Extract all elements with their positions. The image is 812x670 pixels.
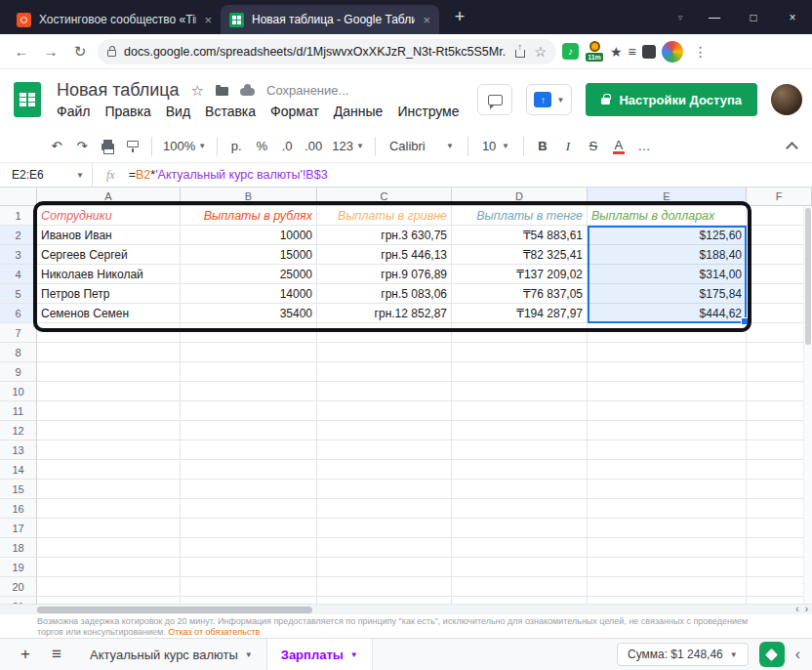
row-header-6[interactable]: 6 [0, 304, 37, 323]
italic-button[interactable]: I [556, 135, 580, 158]
comments-button[interactable] [477, 84, 512, 115]
cell-C15[interactable] [317, 480, 452, 499]
cell-E7[interactable] [588, 323, 747, 343]
move-folder-icon[interactable] [216, 87, 228, 96]
cell-B6[interactable]: 35400 [181, 304, 317, 323]
extension-timer-icon[interactable]: 11m [585, 41, 604, 62]
cell-E21[interactable] [588, 597, 747, 604]
row-header-3[interactable]: 3 [0, 245, 37, 265]
cell-C11[interactable] [317, 401, 452, 421]
cell-E12[interactable] [588, 421, 747, 440]
cell-E14[interactable] [588, 460, 747, 480]
extension-green-icon[interactable]: ♪ [562, 43, 579, 60]
name-box[interactable]: E2:E6 ▼ [0, 163, 92, 187]
cell-B11[interactable] [181, 401, 317, 421]
cell-D10[interactable] [452, 382, 588, 401]
cell-E11[interactable] [588, 401, 747, 421]
menu-data[interactable]: Данные [334, 104, 384, 119]
cell-E18[interactable] [588, 538, 747, 558]
cell-F2[interactable] [747, 226, 812, 245]
cell-E10[interactable] [588, 382, 747, 401]
row-header-2[interactable]: 2 [0, 226, 37, 245]
row-header-12[interactable]: 12 [0, 421, 37, 440]
cell-A14[interactable] [37, 460, 181, 480]
cell-D19[interactable] [452, 558, 588, 577]
select-all-corner[interactable] [0, 188, 37, 206]
cell-F11[interactable] [747, 401, 812, 421]
cell-D8[interactable] [452, 343, 588, 362]
row-header-21[interactable]: 21 [0, 597, 37, 604]
sheet-menu-caret-icon[interactable]: ▼ [350, 650, 358, 659]
cell-E2[interactable]: $125,60 [588, 226, 747, 245]
vertical-scrollbar[interactable] [803, 206, 812, 604]
star-document-icon[interactable]: ☆ [191, 82, 204, 100]
cell-F14[interactable] [747, 460, 812, 480]
cell-F6[interactable] [747, 304, 812, 323]
zoom-select[interactable]: 100%▼ [159, 135, 210, 158]
tab-search-chevron-icon[interactable]: ▿ [666, 0, 695, 34]
cell-D4[interactable]: ₸137 209,02 [452, 265, 588, 284]
minimize-button[interactable]: — [695, 0, 734, 34]
cell-C17[interactable] [317, 519, 452, 538]
cell-F17[interactable] [747, 519, 812, 538]
browser-tab-sheets[interactable]: Новая таблица - Google Таблиц × [221, 5, 439, 34]
row-header-16[interactable]: 16 [0, 499, 37, 519]
cell-F4[interactable] [747, 265, 812, 284]
column-header-B[interactable]: B [181, 188, 317, 206]
tab-close-icon[interactable]: × [423, 13, 430, 27]
cell-C19[interactable] [317, 558, 452, 577]
scroll-right-icon[interactable]: › [805, 604, 808, 614]
column-header-F[interactable]: F [747, 188, 812, 206]
cell-A13[interactable] [37, 440, 181, 460]
row-header-19[interactable]: 19 [0, 558, 37, 577]
cell-A11[interactable] [37, 401, 181, 421]
cell-A12[interactable] [37, 421, 181, 440]
cell-B15[interactable] [181, 480, 317, 499]
cell-B5[interactable]: 14000 [181, 284, 317, 304]
column-header-A[interactable]: A [37, 188, 181, 206]
account-avatar[interactable] [771, 84, 802, 115]
cell-F19[interactable] [747, 558, 812, 577]
cell-B8[interactable] [181, 343, 317, 362]
cell-C12[interactable] [317, 421, 452, 440]
cell-B14[interactable] [181, 460, 317, 480]
cell-E20[interactable] [588, 577, 747, 597]
cell-E5[interactable]: $175,84 [588, 284, 747, 304]
scroll-left-icon[interactable]: ‹ [795, 604, 798, 614]
present-button[interactable]: ↑ ▼ [526, 84, 572, 115]
font-select[interactable]: Calibri▼ [383, 135, 461, 158]
menu-view[interactable]: Вид [166, 104, 190, 119]
cell-A10[interactable] [37, 382, 181, 401]
document-title[interactable]: Новая таблица [57, 80, 180, 101]
row-header-14[interactable]: 14 [0, 460, 37, 480]
row-header-7[interactable]: 7 [0, 323, 37, 343]
currency-format-button[interactable]: р. [224, 135, 248, 158]
cell-A4[interactable]: Николаев Николай [37, 265, 181, 284]
cell-D1[interactable]: Выплаты в тенге [452, 206, 588, 226]
column-header-E[interactable]: E [588, 188, 747, 206]
extension-star-icon[interactable]: ★ [610, 44, 623, 60]
sheet-tab-zarplaty[interactable]: Зарплаты ▼ [266, 639, 373, 670]
explore-button[interactable] [759, 642, 785, 667]
cell-B18[interactable] [181, 538, 317, 558]
back-icon[interactable]: ← [10, 40, 33, 63]
tab-close-icon[interactable]: × [204, 13, 212, 27]
cell-B4[interactable]: 25000 [181, 265, 317, 284]
share-access-button[interactable]: Настройки Доступа [586, 83, 757, 116]
browser-tab-hosting[interactable]: Хостинговое сообщество «Time × [8, 5, 221, 34]
cell-A7[interactable] [37, 323, 181, 343]
menu-edit[interactable]: Правка [104, 104, 150, 119]
cell-F15[interactable] [747, 480, 812, 499]
paint-format-icon[interactable] [121, 135, 144, 158]
new-tab-button[interactable]: + [447, 5, 472, 30]
cell-C10[interactable] [317, 382, 452, 401]
cell-F13[interactable] [747, 440, 812, 460]
cell-C21[interactable] [317, 597, 452, 604]
row-header-15[interactable]: 15 [0, 480, 37, 499]
cell-E16[interactable] [588, 499, 747, 519]
cell-C1[interactable]: Выплаты в гривне [317, 206, 452, 226]
sheet-menu-caret-icon[interactable]: ▼ [245, 650, 253, 659]
cell-B19[interactable] [181, 558, 317, 577]
cell-C3[interactable]: грн.5 446,13 [317, 245, 452, 265]
cell-E15[interactable] [588, 480, 747, 499]
